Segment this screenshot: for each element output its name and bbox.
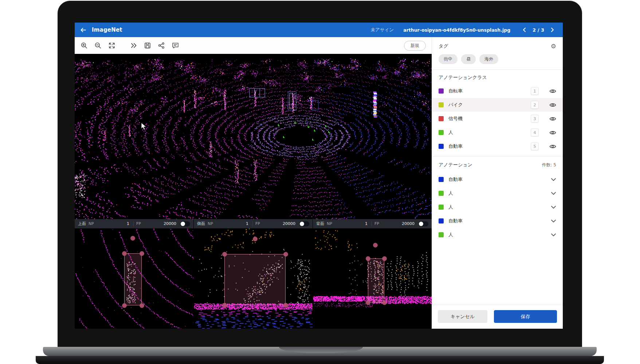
save-button[interactable]: 保存 <box>494 310 557 323</box>
share-button[interactable] <box>158 42 165 49</box>
tags-section: タグ ⚙ 街中昼海外 <box>432 37 563 70</box>
subview-canvas-wrap[interactable] <box>313 229 432 329</box>
resize-handle[interactable] <box>366 256 370 261</box>
chevron-down-icon <box>551 219 556 223</box>
fit-screen-icon <box>108 42 115 49</box>
fit-screen-button[interactable] <box>108 42 115 49</box>
resize-handle[interactable] <box>122 251 127 256</box>
expand-annotation-button[interactable] <box>551 205 556 209</box>
image-pager: 2 / 3 <box>522 27 555 33</box>
subview-toggle[interactable] <box>299 221 309 226</box>
annotation-row[interactable]: 人 <box>432 186 563 200</box>
fp-value-field[interactable]: 20000 <box>263 221 297 226</box>
save-view-icon <box>144 42 151 49</box>
main-3d-view[interactable] <box>75 54 432 219</box>
page-title: ImageNet <box>92 27 122 33</box>
class-row[interactable]: バイク 2 <box>432 98 563 112</box>
chevron-right-icon <box>550 27 555 32</box>
subview-header: 背面 NP 1 FP 20000 <box>313 219 432 229</box>
subview-canvas-wrap[interactable] <box>75 229 193 329</box>
class-hotkey-badge: 2 <box>531 101 539 109</box>
annotation-row[interactable]: 自動車 <box>432 214 563 228</box>
cancel-button[interactable]: キャンセル <box>438 310 487 323</box>
tag-settings-button[interactable]: ⚙ <box>551 43 556 50</box>
expand-annotation-button[interactable] <box>551 219 556 223</box>
visibility-toggle-button[interactable] <box>549 144 556 149</box>
class-row[interactable]: 人 4 <box>432 126 563 139</box>
main-3d-canvas[interactable] <box>75 54 432 219</box>
subview-header: 上面 NP 1 FP 20000 <box>75 219 193 229</box>
subview-label: 背面 <box>316 221 324 226</box>
resize-handle[interactable] <box>222 252 227 257</box>
rotate-handle[interactable] <box>130 236 135 241</box>
annotation-row[interactable]: 自動車 <box>432 173 563 186</box>
chevron-down-icon <box>551 233 556 237</box>
fp-value-field[interactable]: 20000 <box>144 221 178 226</box>
subview-panel: 背面 NP 1 FP 20000 <box>313 219 432 329</box>
pager-label: 2 / 3 <box>533 27 544 33</box>
tag-chip[interactable]: 昼 <box>461 54 476 64</box>
comment-button[interactable] <box>172 42 179 49</box>
tag-chip[interactable]: 海外 <box>479 54 498 64</box>
visibility-toggle-button[interactable] <box>549 130 556 135</box>
tag-chip[interactable]: 街中 <box>439 54 458 64</box>
resize-handle[interactable] <box>122 303 127 308</box>
toggle-knob <box>181 222 185 226</box>
annotation-row[interactable]: 人 <box>432 228 563 242</box>
back-button[interactable] <box>80 27 87 33</box>
visibility-toggle-button[interactable] <box>549 116 556 122</box>
resize-handle[interactable] <box>140 303 144 308</box>
subview-toggle[interactable] <box>180 221 190 226</box>
annotation-bounding-box[interactable] <box>224 254 286 305</box>
fp-value-field[interactable]: 20000 <box>382 221 416 226</box>
np-value-field[interactable]: 1 <box>335 221 369 226</box>
subview-toggle[interactable] <box>419 221 428 226</box>
visibility-toggle-button[interactable] <box>549 102 556 108</box>
prev-image-button[interactable] <box>522 27 526 32</box>
zoom-out-button[interactable] <box>94 42 102 49</box>
visibility-toggle-button[interactable] <box>549 88 556 94</box>
laptop-base <box>43 347 597 356</box>
subview-canvas-wrap[interactable] <box>194 229 313 329</box>
resize-handle[interactable] <box>366 300 370 305</box>
class-color-swatch <box>439 130 444 135</box>
double-chevron-icon <box>130 42 137 49</box>
zoom-in-button[interactable] <box>81 42 88 49</box>
resize-handle[interactable] <box>283 252 288 257</box>
class-row[interactable]: 自転車 1 <box>432 84 563 98</box>
class-hotkey-badge: 3 <box>531 115 539 123</box>
gear-icon: ⚙ <box>551 43 556 50</box>
orthographic-subviews: 上面 NP 1 FP 20000 側面 NP 1 FP 20000 <box>75 219 432 329</box>
annotation-bounding-box[interactable] <box>124 253 142 305</box>
header-separator <box>252 221 253 226</box>
class-hotkey-badge: 5 <box>531 142 539 150</box>
next-image-button[interactable] <box>550 27 555 32</box>
np-value-field[interactable]: 1 <box>216 221 250 226</box>
save-view-button[interactable] <box>144 42 151 49</box>
annotation-bounding-box[interactable] <box>368 258 384 302</box>
tags-title: タグ <box>439 43 448 50</box>
chevron-left-icon <box>522 27 526 32</box>
class-label: 自動車 <box>448 143 526 150</box>
class-hotkey-badge: 1 <box>531 87 539 95</box>
collapse-panel-button[interactable] <box>130 42 137 49</box>
expand-annotation-button[interactable] <box>551 233 556 237</box>
annotation-row[interactable]: 人 <box>432 200 563 214</box>
rotate-handle[interactable] <box>253 237 258 241</box>
fp-label: FP <box>374 221 379 226</box>
new-annotation-button[interactable]: 新規 <box>404 41 426 51</box>
resize-handle[interactable] <box>140 251 144 256</box>
resize-handle[interactable] <box>283 303 288 308</box>
rotate-handle[interactable] <box>373 243 378 248</box>
annotation-color-swatch <box>439 218 444 223</box>
resize-handle[interactable] <box>382 256 387 261</box>
class-row[interactable]: 信号機 3 <box>432 112 563 126</box>
class-color-swatch <box>439 88 444 94</box>
expand-annotation-button[interactable] <box>551 178 556 182</box>
np-value-field[interactable]: 1 <box>97 221 131 226</box>
expand-annotation-button[interactable] <box>551 191 556 195</box>
class-row[interactable]: 自動車 5 <box>432 139 563 153</box>
annotation-list: 自動車 人 人 自動車 人 <box>432 173 563 242</box>
resize-handle[interactable] <box>382 300 387 305</box>
resize-handle[interactable] <box>222 303 227 308</box>
